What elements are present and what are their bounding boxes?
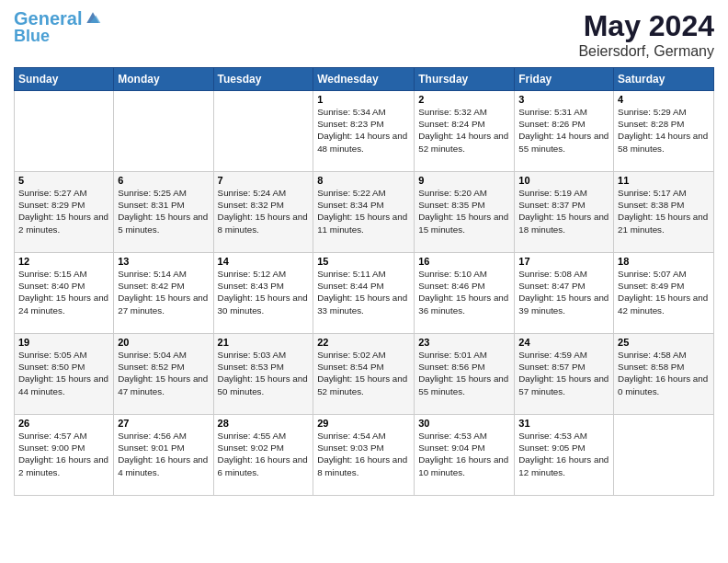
weekday-header-wednesday: Wednesday (313, 68, 415, 91)
day-number: 11 (618, 175, 710, 186)
day-info: Sunrise: 5:01 AM Sunset: 8:56 PM Dayligh… (418, 349, 510, 397)
day-info: Sunrise: 5:32 AM Sunset: 8:24 PM Dayligh… (418, 106, 510, 155)
day-number: 2 (418, 94, 510, 105)
day-number: 9 (418, 175, 510, 186)
logo-icon (84, 9, 102, 28)
calendar-subtitle: Beiersdorf, Germany (578, 43, 714, 60)
day-info: Sunrise: 5:17 AM Sunset: 8:38 PM Dayligh… (618, 187, 710, 236)
calendar-table: SundayMondayTuesdayWednesdayThursdayFrid… (14, 67, 714, 496)
calendar-cell: 29Sunrise: 4:54 AM Sunset: 9:03 PM Dayli… (313, 415, 415, 496)
day-info: Sunrise: 5:08 AM Sunset: 8:47 PM Dayligh… (518, 268, 609, 316)
calendar-cell: 16Sunrise: 5:10 AM Sunset: 8:46 PM Dayli… (415, 253, 515, 334)
day-number: 23 (418, 337, 510, 348)
page-header: General Blue May 2024 Beiersdorf, German… (14, 9, 714, 60)
day-info: Sunrise: 4:53 AM Sunset: 9:04 PM Dayligh… (418, 430, 510, 478)
weekday-header-thursday: Thursday (415, 68, 515, 91)
logo: General Blue (14, 9, 102, 44)
day-number: 6 (118, 175, 209, 186)
day-info: Sunrise: 5:15 AM Sunset: 8:40 PM Dayligh… (18, 268, 109, 316)
calendar-cell: 6Sunrise: 5:25 AM Sunset: 8:31 PM Daylig… (114, 172, 213, 253)
weekday-header-row: SundayMondayTuesdayWednesdayThursdayFrid… (15, 68, 714, 91)
day-info: Sunrise: 5:07 AM Sunset: 8:49 PM Dayligh… (618, 268, 710, 316)
calendar-cell: 14Sunrise: 5:12 AM Sunset: 8:43 PM Dayli… (213, 253, 313, 334)
day-info: Sunrise: 4:53 AM Sunset: 9:05 PM Dayligh… (518, 430, 609, 478)
calendar-cell: 3Sunrise: 5:31 AM Sunset: 8:26 PM Daylig… (515, 91, 614, 172)
day-info: Sunrise: 5:25 AM Sunset: 8:31 PM Dayligh… (118, 187, 209, 236)
calendar-cell: 1Sunrise: 5:34 AM Sunset: 8:23 PM Daylig… (313, 91, 415, 172)
day-info: Sunrise: 5:29 AM Sunset: 8:28 PM Dayligh… (618, 106, 710, 155)
calendar-cell: 28Sunrise: 4:55 AM Sunset: 9:02 PM Dayli… (213, 415, 313, 496)
calendar-cell: 8Sunrise: 5:22 AM Sunset: 8:34 PM Daylig… (313, 172, 415, 253)
calendar-week-row: 5Sunrise: 5:27 AM Sunset: 8:29 PM Daylig… (15, 172, 714, 253)
day-info: Sunrise: 4:56 AM Sunset: 9:01 PM Dayligh… (118, 430, 209, 478)
calendar-cell: 15Sunrise: 5:11 AM Sunset: 8:44 PM Dayli… (313, 253, 415, 334)
weekday-header-sunday: Sunday (15, 68, 114, 91)
calendar-cell: 22Sunrise: 5:02 AM Sunset: 8:54 PM Dayli… (313, 334, 415, 415)
day-number: 13 (118, 256, 209, 267)
day-info: Sunrise: 4:54 AM Sunset: 9:03 PM Dayligh… (317, 430, 410, 478)
calendar-cell: 26Sunrise: 4:57 AM Sunset: 9:00 PM Dayli… (15, 415, 114, 496)
calendar-week-row: 26Sunrise: 4:57 AM Sunset: 9:00 PM Dayli… (15, 415, 714, 496)
day-number: 28 (218, 418, 310, 429)
calendar-body: 1Sunrise: 5:34 AM Sunset: 8:23 PM Daylig… (15, 91, 714, 496)
day-info: Sunrise: 5:04 AM Sunset: 8:52 PM Dayligh… (118, 349, 209, 397)
day-number: 17 (518, 256, 609, 267)
day-number: 30 (418, 418, 510, 429)
weekday-header-saturday: Saturday (614, 68, 714, 91)
calendar-header: SundayMondayTuesdayWednesdayThursdayFrid… (15, 68, 714, 91)
day-info: Sunrise: 5:19 AM Sunset: 8:37 PM Dayligh… (518, 187, 609, 236)
calendar-cell: 30Sunrise: 4:53 AM Sunset: 9:04 PM Dayli… (415, 415, 515, 496)
calendar-cell (213, 91, 313, 172)
calendar-cell: 11Sunrise: 5:17 AM Sunset: 8:38 PM Dayli… (614, 172, 714, 253)
day-info: Sunrise: 5:14 AM Sunset: 8:42 PM Dayligh… (118, 268, 209, 316)
calendar-cell: 7Sunrise: 5:24 AM Sunset: 8:32 PM Daylig… (213, 172, 313, 253)
day-number: 25 (618, 337, 710, 348)
day-number: 16 (418, 256, 510, 267)
day-info: Sunrise: 5:05 AM Sunset: 8:50 PM Dayligh… (18, 349, 109, 397)
weekday-header-friday: Friday (515, 68, 614, 91)
calendar-week-row: 19Sunrise: 5:05 AM Sunset: 8:50 PM Dayli… (15, 334, 714, 415)
day-number: 18 (618, 256, 710, 267)
day-number: 22 (317, 337, 410, 348)
calendar-cell: 20Sunrise: 5:04 AM Sunset: 8:52 PM Dayli… (114, 334, 213, 415)
calendar-cell: 21Sunrise: 5:03 AM Sunset: 8:53 PM Dayli… (213, 334, 313, 415)
day-number: 31 (518, 418, 609, 429)
day-number: 3 (518, 94, 609, 105)
weekday-header-tuesday: Tuesday (213, 68, 313, 91)
calendar-cell: 17Sunrise: 5:08 AM Sunset: 8:47 PM Dayli… (515, 253, 614, 334)
calendar-cell: 13Sunrise: 5:14 AM Sunset: 8:42 PM Dayli… (114, 253, 213, 334)
calendar-cell: 2Sunrise: 5:32 AM Sunset: 8:24 PM Daylig… (415, 91, 515, 172)
day-number: 27 (118, 418, 209, 429)
calendar-cell: 5Sunrise: 5:27 AM Sunset: 8:29 PM Daylig… (15, 172, 114, 253)
day-info: Sunrise: 4:55 AM Sunset: 9:02 PM Dayligh… (218, 430, 310, 478)
calendar-cell (15, 91, 114, 172)
calendar-week-row: 1Sunrise: 5:34 AM Sunset: 8:23 PM Daylig… (15, 91, 714, 172)
day-info: Sunrise: 5:31 AM Sunset: 8:26 PM Dayligh… (518, 106, 609, 155)
calendar-page: General Blue May 2024 Beiersdorf, German… (0, 0, 728, 505)
day-number: 1 (317, 94, 410, 105)
day-info: Sunrise: 5:11 AM Sunset: 8:44 PM Dayligh… (317, 268, 410, 316)
day-number: 15 (317, 256, 410, 267)
calendar-cell: 27Sunrise: 4:56 AM Sunset: 9:01 PM Dayli… (114, 415, 213, 496)
calendar-cell: 31Sunrise: 4:53 AM Sunset: 9:05 PM Dayli… (515, 415, 614, 496)
calendar-cell (614, 415, 714, 496)
day-info: Sunrise: 5:20 AM Sunset: 8:35 PM Dayligh… (418, 187, 510, 236)
calendar-cell: 9Sunrise: 5:20 AM Sunset: 8:35 PM Daylig… (415, 172, 515, 253)
day-number: 20 (118, 337, 209, 348)
day-number: 7 (218, 175, 310, 186)
day-number: 29 (317, 418, 410, 429)
weekday-header-monday: Monday (114, 68, 213, 91)
day-info: Sunrise: 5:24 AM Sunset: 8:32 PM Dayligh… (218, 187, 310, 236)
calendar-cell: 10Sunrise: 5:19 AM Sunset: 8:37 PM Dayli… (515, 172, 614, 253)
day-number: 26 (18, 418, 109, 429)
day-number: 21 (218, 337, 310, 348)
calendar-cell: 18Sunrise: 5:07 AM Sunset: 8:49 PM Dayli… (614, 253, 714, 334)
calendar-week-row: 12Sunrise: 5:15 AM Sunset: 8:40 PM Dayli… (15, 253, 714, 334)
calendar-cell: 4Sunrise: 5:29 AM Sunset: 8:28 PM Daylig… (614, 91, 714, 172)
calendar-title: May 2024 (578, 9, 714, 43)
title-block: May 2024 Beiersdorf, Germany (578, 9, 714, 60)
day-number: 12 (18, 256, 109, 267)
day-info: Sunrise: 5:02 AM Sunset: 8:54 PM Dayligh… (317, 349, 410, 397)
day-info: Sunrise: 4:59 AM Sunset: 8:57 PM Dayligh… (518, 349, 609, 397)
day-info: Sunrise: 4:57 AM Sunset: 9:00 PM Dayligh… (18, 430, 109, 478)
